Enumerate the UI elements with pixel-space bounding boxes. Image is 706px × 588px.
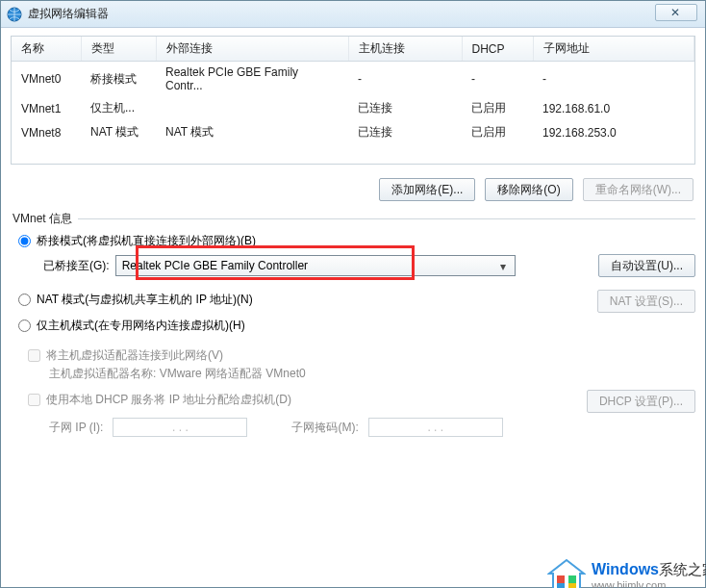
hostonly-mode-label: 仅主机模式(在专用网络内连接虚拟机)(H) (37, 318, 245, 334)
col-type[interactable]: 类型 (81, 37, 156, 62)
chevron-down-icon: ▾ (495, 259, 511, 274)
nat-mode-radio-row: NAT 模式(与虚拟机共享主机的 IP 地址)(N) NAT 设置(S)... (18, 292, 695, 308)
table-row[interactable]: VMnet8 NAT 模式 NAT 模式 已连接 已启用 192.168.253… (12, 120, 694, 144)
dialog-window: 虚拟网络编辑器 ✕ 名称 类型 外部连接 主机连接 DHCP 子网地址 (0, 0, 706, 588)
watermark-url: www.bjjmlv.com (592, 579, 706, 589)
col-dhcp[interactable]: DHCP (462, 37, 533, 62)
use-dhcp-label: 使用本地 DHCP 服务将 IP 地址分配给虚拟机(D) (46, 392, 291, 408)
dhcp-settings-button: DHCP 设置(P)... (587, 390, 695, 413)
nat-settings-button: NAT 设置(S)... (597, 290, 695, 313)
vmnet-info-group: VMnet 信息 (13, 211, 695, 227)
col-host[interactable]: 主机连接 (348, 37, 462, 62)
table-row[interactable]: VMnet1 仅主机... 已连接 已启用 192.168.61.0 (12, 96, 694, 120)
remove-network-button[interactable]: 移除网络(O) (485, 178, 572, 201)
subnet-mask-label: 子网掩码(M): (291, 420, 358, 436)
table-row[interactable]: VMnet0 桥接模式 Realtek PCIe GBE Family Cont… (12, 62, 694, 97)
subnet-ip-row: 子网 IP (I): . . . 子网掩码(M): . . . (49, 418, 695, 437)
globe-icon (7, 7, 22, 22)
table-button-row: 添加网络(E)... 移除网络(O) 重命名网络(W)... (13, 178, 693, 201)
nat-mode-label: NAT 模式(与虚拟机共享主机的 IP 地址)(N) (37, 292, 253, 308)
bridge-mode-radio-row: 桥接模式(将虚拟机直接连接到外部网络)(B) (18, 233, 695, 249)
bridge-adapter-select[interactable]: Realtek PCIe GBE Family Controller ▾ (115, 255, 516, 276)
table-empty-area (12, 144, 694, 164)
content-area: 名称 类型 外部连接 主机连接 DHCP 子网地址 VMnet0 桥接模式 Re… (11, 36, 695, 577)
table-header-row: 名称 类型 外部连接 主机连接 DHCP 子网地址 (12, 37, 694, 62)
subnet-ip-field: . . . (113, 418, 247, 437)
divider (78, 218, 695, 219)
col-name[interactable]: 名称 (12, 37, 81, 62)
connect-host-adapter-label: 将主机虚拟适配器连接到此网络(V) (46, 347, 223, 364)
close-icon: ✕ (670, 6, 682, 19)
host-adapter-hint: 主机虚拟适配器名称: VMware 网络适配器 VMnet0 (49, 366, 695, 382)
use-dhcp-row: 使用本地 DHCP 服务将 IP 地址分配给虚拟机(D) DHCP 设置(P).… (28, 392, 695, 408)
bridge-to-row: 已桥接至(G): Realtek PCIe GBE Family Control… (43, 255, 695, 276)
add-network-button[interactable]: 添加网络(E)... (379, 178, 475, 201)
network-table: 名称 类型 外部连接 主机连接 DHCP 子网地址 VMnet0 桥接模式 Re… (11, 36, 695, 165)
hostonly-mode-radio-row: 仅主机模式(在专用网络内连接虚拟机)(H) (18, 318, 695, 334)
svg-rect-4 (557, 583, 565, 588)
svg-rect-5 (568, 583, 576, 588)
rename-network-button: 重命名网络(W)... (583, 178, 693, 201)
bridge-adapter-value: Realtek PCIe GBE Family Controller (122, 259, 308, 272)
bridge-mode-label: 桥接模式(将虚拟机直接连接到外部网络)(B) (37, 233, 256, 249)
col-ext[interactable]: 外部连接 (156, 37, 348, 62)
use-dhcp-checkbox (28, 394, 40, 406)
nat-mode-radio[interactable] (18, 294, 31, 306)
hostonly-mode-radio[interactable] (18, 320, 31, 332)
col-subnet[interactable]: 子网地址 (533, 37, 694, 62)
titlebar: 虚拟网络编辑器 ✕ (1, 1, 705, 28)
bridge-mode-radio[interactable] (18, 235, 31, 247)
close-button[interactable]: ✕ (655, 4, 697, 21)
connect-host-adapter-checkbox (28, 349, 40, 362)
auto-settings-button[interactable]: 自动设置(U)... (598, 254, 695, 277)
subnet-ip-label: 子网 IP (I): (49, 420, 103, 436)
subnet-mask-field: . . . (368, 418, 503, 437)
window-title: 虚拟网络编辑器 (28, 6, 109, 22)
connect-host-adapter-row: 将主机虚拟适配器连接到此网络(V) (28, 347, 695, 364)
bridge-to-label: 已桥接至(G): (43, 258, 110, 274)
